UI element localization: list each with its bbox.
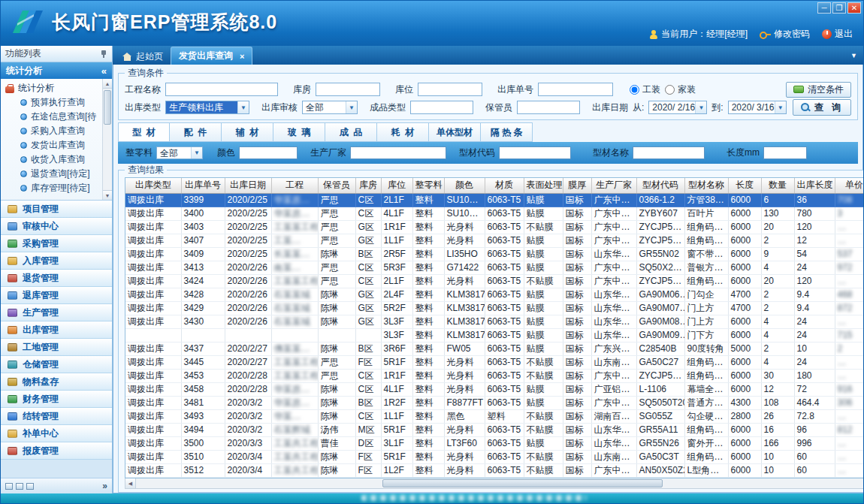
tab-shipping-outbound-query[interactable]: 发货出库查询 ×: [171, 47, 252, 65]
clear-conditions-button[interactable]: 清空条件: [786, 82, 851, 98]
table-row[interactable]: 调拨出库34582020/2/28华某原…陈琳C区4L1F整料光身料6063-T…: [125, 382, 864, 396]
scroll-up-icon[interactable]: ▲: [103, 79, 112, 89]
sidebar-item-purchase[interactable]: 采购管理: [1, 235, 112, 252]
change-password-link[interactable]: 修改密码: [760, 28, 810, 41]
search-button[interactable]: 查 询: [793, 99, 851, 116]
sidebar-item-finance[interactable]: 财务管理: [1, 391, 112, 408]
chevron-down-icon[interactable]: ▼: [346, 101, 357, 113]
chevron-down-icon[interactable]: ▼: [850, 52, 857, 59]
table-row[interactable]: 调拨出库34452020/2/27工某某工程严思F区5R1F整料光身料6063-…: [125, 355, 864, 369]
radio-gongzhuang[interactable]: 工装: [630, 83, 660, 96]
column-header[interactable]: 生产厂家: [591, 178, 636, 193]
logout-link[interactable]: 退出: [822, 28, 853, 41]
column-header[interactable]: 保管员: [318, 178, 355, 193]
material-tab-5[interactable]: 耗 材: [377, 122, 429, 142]
table-row[interactable]: 调拨出库34812020/3/2华某原…陈琳B区1R2F整料F8877FT606…: [125, 396, 864, 409]
warehouse-input[interactable]: [316, 83, 380, 96]
sidebar-item-storage[interactable]: 仓储管理: [1, 356, 112, 373]
table-row[interactable]: 调拨出库33992020/2/25华某原…严思C区2L1F整料SU10…6063…: [125, 193, 864, 207]
table-row[interactable]: 调拨出库34072020/2/25工某…严思G区1L1F整料光身料6063-T5…: [125, 234, 864, 247]
sidebar-item-site[interactable]: 工地管理: [1, 339, 112, 356]
column-header[interactable]: 颜色: [444, 178, 485, 193]
material-tab-4[interactable]: 成 品: [325, 122, 377, 142]
column-header[interactable]: 出库长度: [794, 178, 835, 193]
whole-part-select[interactable]: 全部 ▼: [156, 146, 203, 159]
table-row[interactable]: 调拨出库34372020/2/27佛某某…陈琳B区3R6F整料FW056063-…: [125, 342, 864, 355]
tree-item[interactable]: 预算执行查询: [5, 95, 101, 110]
table-row[interactable]: 调拨出库34302020/2/26石某某城陈琳G区3L3F整料KLM381760…: [125, 315, 864, 328]
table-row[interactable]: 调拨出库35122020/3/4工某共工程陈琳F区1L2F整料光身料6063-T…: [125, 463, 864, 477]
sidebar-item-warehouse-out[interactable]: 出库管理: [1, 321, 112, 339]
table-row[interactable]: 调拨出库34242020/2/26工某某工程严思C区2L1F整料光身料6063-…: [125, 274, 864, 288]
window-view-icon[interactable]: [26, 483, 34, 490]
tree-item[interactable]: 收货入库查询: [5, 152, 101, 167]
table-row[interactable]: 调拨出库34942020/3/2石某辉城汤伟M区5R1F整料光身料6063-T5…: [125, 423, 864, 436]
tree-item[interactable]: 退货查询[待定]: [5, 167, 101, 181]
sidebar-item-carryover[interactable]: 结转管理: [1, 408, 112, 425]
scroll-down-icon[interactable]: ▼: [103, 190, 112, 200]
tree-item[interactable]: 发货出库查询: [5, 138, 101, 152]
column-header[interactable]: 出库单号: [181, 178, 225, 193]
material-tab-2[interactable]: 辅 材: [222, 122, 273, 142]
outbound-type-select[interactable]: 生产领料出库 ▼: [165, 101, 249, 114]
column-header[interactable]: 数量: [761, 178, 794, 193]
column-header[interactable]: 出库类型: [125, 178, 181, 193]
table-row[interactable]: 调拨出库34032020/2/25工某某工程严思G区1R1F整料光身料6063-…: [125, 220, 864, 234]
column-header[interactable]: 表面处理: [524, 178, 563, 193]
column-header[interactable]: 长度: [728, 178, 761, 193]
tab-home[interactable]: 起始页: [115, 48, 171, 65]
column-header[interactable]: 型材代码: [636, 178, 684, 193]
table-row[interactable]: 调拨出库34002020/2/25华某原…严思C区4L1F整料SU10…6063…: [125, 207, 864, 220]
table-row[interactable]: 调拨出库35102020/3/4工某共工程陈琳F区5R1F整料光身料6063-T…: [125, 450, 864, 463]
date-to-select[interactable]: 2020/ 3/16 ▼: [728, 101, 787, 114]
grid-view-icon[interactable]: [16, 483, 23, 490]
tree-root[interactable]: 统计分析: [5, 81, 101, 95]
maximize-button[interactable]: ❐: [832, 2, 846, 14]
keeper-input[interactable]: [517, 101, 580, 114]
column-header[interactable]: 工程: [271, 178, 318, 193]
material-tab-1[interactable]: 配 件: [170, 122, 222, 142]
column-header[interactable]: 材质: [485, 178, 524, 193]
tree-item[interactable]: 在途信息查询[待: [5, 110, 101, 124]
more-buttons-icon[interactable]: »: [102, 481, 107, 491]
maker-input[interactable]: [350, 146, 446, 159]
scrollbar-thumb[interactable]: [104, 90, 111, 125]
sidebar-section-header[interactable]: 统计分析 «: [1, 62, 112, 79]
column-header[interactable]: 整零料: [412, 178, 444, 193]
column-header[interactable]: 膜厚: [563, 178, 591, 193]
radio-gongzhuang-input[interactable]: [630, 85, 639, 95]
sidebar-item-audit[interactable]: 审核中心: [1, 218, 112, 235]
minimize-button[interactable]: ─: [817, 2, 831, 14]
radio-jiazhuang[interactable]: 家装: [665, 83, 696, 96]
sidebar-item-production[interactable]: 生产管理: [1, 304, 112, 321]
audit-select[interactable]: 全部 ▼: [302, 101, 358, 114]
material-tab-6[interactable]: 单体型材: [429, 122, 481, 142]
table-row[interactable]: 3L3F整料KLM38176063-T5贴膜国标山东华…GA90M09…门下方6…: [125, 328, 864, 342]
column-header[interactable]: 单价: [835, 178, 864, 193]
list-view-icon[interactable]: [5, 483, 13, 490]
order-no-input[interactable]: [538, 83, 613, 96]
hscrollbar-thumb[interactable]: [382, 479, 663, 487]
column-header[interactable]: 库房: [355, 178, 381, 193]
sidebar-item-stocktake[interactable]: 物料盘存: [1, 373, 112, 391]
product-type-input[interactable]: [410, 101, 473, 114]
color-input[interactable]: [239, 146, 298, 159]
material-tab-7[interactable]: 隔 热 条: [481, 122, 533, 142]
location-input[interactable]: [418, 83, 482, 96]
material-tab-0[interactable]: 型 材: [118, 122, 170, 142]
tab-close-icon[interactable]: ×: [240, 52, 244, 61]
column-header[interactable]: 型材名称: [684, 178, 728, 193]
profile-name-input[interactable]: [633, 146, 705, 159]
horizontal-scrollbar[interactable]: ◀ ▶: [125, 478, 864, 489]
column-header[interactable]: 库位: [381, 178, 412, 193]
project-name-input[interactable]: [165, 83, 278, 96]
table-row[interactable]: 调拨出库34932020/3/2华某…陈琳C区1L1F整料黑色塑料不贴膜国标湖南…: [125, 409, 864, 423]
profile-code-input[interactable]: [499, 146, 571, 159]
material-tab-3[interactable]: 玻 璃: [273, 122, 325, 142]
table-row[interactable]: 调拨出库34132020/2/26南某…严思C区5R3F整料G714226063…: [125, 261, 864, 274]
chevron-down-icon[interactable]: ▼: [237, 101, 249, 113]
table-row[interactable]: 调拨出库35002020/3/3工某共工程曹佳D区3L1F整料LT3F60606…: [125, 436, 864, 450]
sidebar-item-return-goods[interactable]: 退货管理: [1, 270, 112, 287]
length-input[interactable]: [763, 146, 807, 159]
column-header[interactable]: 出库日期: [225, 178, 271, 193]
